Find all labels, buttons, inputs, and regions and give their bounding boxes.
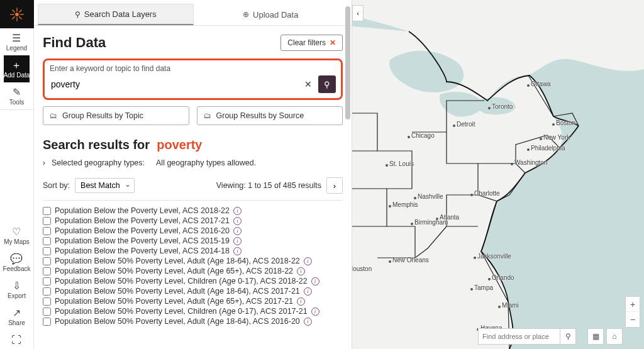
result-item[interactable]: Population Below 50% Poverty Level, Adul… [43, 296, 343, 306]
result-item[interactable]: Population Below 50% Poverty Level, Adul… [43, 256, 343, 266]
clear-filters-button[interactable]: Clear filters ✕ [280, 35, 343, 51]
info-icon[interactable]: i [304, 287, 312, 296]
tree-icon: 🗂 [204, 111, 211, 120]
geo-types-row[interactable]: › Selected geography types: All geograph… [43, 158, 343, 167]
rail-item-my-maps[interactable]: ♡My Maps [3, 222, 31, 249]
geo-label: Selected geography types: [52, 158, 145, 167]
svg-line-5 [12, 9, 14, 12]
search-icon: ⚲ [75, 10, 80, 19]
result-label: Population Below 50% Poverty Level, Chil… [55, 277, 308, 285]
result-item[interactable]: Population Below 50% Poverty Level, Chil… [43, 276, 343, 286]
info-icon[interactable]: i [233, 207, 242, 215]
result-checkbox[interactable] [43, 227, 51, 235]
info-icon[interactable]: i [233, 227, 242, 235]
fullscreen-icon: ⛶ [11, 335, 21, 345]
city-dot [453, 125, 455, 127]
rail-item-add-data[interactable]: ＋Add Data [4, 55, 30, 82]
result-item[interactable]: Population Below the Poverty Level, ACS … [43, 226, 343, 236]
city-dot [474, 257, 476, 259]
home-extent-button[interactable]: ⌂ [606, 328, 623, 345]
rail-label: Legend [6, 45, 27, 52]
result-label: Population Below 50% Poverty Level, Adul… [55, 287, 300, 296]
result-checkbox[interactable] [43, 237, 51, 245]
panel-scrollbar[interactable] [345, 0, 350, 349]
rail-item-fullscreen[interactable]: ⛶ [3, 330, 31, 349]
result-item[interactable]: Population Below 50% Poverty Level, Adul… [43, 266, 343, 276]
feedback-icon: 💬 [10, 254, 23, 264]
city-label: Chicago [411, 132, 435, 139]
city-dot [414, 197, 416, 199]
share-icon: ↗ [13, 308, 21, 318]
info-icon[interactable]: i [233, 217, 242, 225]
address-input[interactable] [478, 328, 560, 345]
result-checkbox[interactable] [43, 267, 51, 275]
next-page-button[interactable]: › [326, 177, 343, 194]
search-button[interactable]: ⚲ [318, 75, 336, 93]
geo-value: All geography types allowed. [156, 158, 256, 167]
result-checkbox[interactable] [43, 247, 51, 255]
result-checkbox[interactable] [43, 307, 51, 316]
city-label: Tampa [474, 284, 493, 291]
zoom-control: + − [625, 296, 640, 328]
result-item[interactable]: Population Below 50% Poverty Level, Chil… [43, 306, 343, 316]
result-label: Population Below 50% Poverty Level, Adul… [55, 267, 293, 275]
zoom-out-button[interactable]: − [626, 312, 640, 327]
address-search-button[interactable]: ⚲ [560, 328, 576, 345]
rail-item-legend[interactable]: ☰Legend [4, 28, 30, 55]
result-checkbox[interactable] [43, 217, 51, 225]
city-label: Detroit [457, 121, 475, 128]
rail-item-share[interactable]: ↗Share [3, 303, 31, 330]
group-by-source-button[interactable]: 🗂 Group Results by Source [197, 106, 343, 125]
result-item[interactable]: Population Below 50% Poverty Level, Adul… [43, 286, 343, 296]
info-icon[interactable]: i [304, 318, 312, 326]
rail-item-tools[interactable]: ✎Tools [4, 82, 30, 109]
tab-upload-data[interactable]: ⊕ Upload Data [194, 4, 348, 25]
info-icon[interactable]: i [233, 237, 242, 245]
result-label: Population Below the Poverty Level, ACS … [55, 236, 230, 245]
info-icon[interactable]: i [311, 277, 319, 285]
city-label: St. Louis [389, 160, 414, 167]
panel-tabs: ⚲ Search Data Layers ⊕ Upload Data [34, 0, 352, 26]
panel-title: Find Data [43, 35, 106, 51]
collapse-panel-button[interactable]: ‹ [352, 5, 364, 21]
city-dot [386, 164, 388, 167]
group-label: Group Results by Topic [62, 111, 143, 120]
chevron-left-icon: ‹ [357, 9, 359, 17]
basemap-button[interactable]: ▦ [587, 328, 604, 345]
upload-icon: ⊕ [243, 10, 249, 19]
info-icon[interactable]: i [311, 307, 319, 316]
result-checkbox[interactable] [43, 207, 51, 215]
results-title: Search results for poverty [43, 138, 343, 152]
result-item[interactable]: Population Below the Poverty Level, ACS … [43, 206, 343, 216]
clear-label: Clear filters [287, 38, 326, 47]
info-icon[interactable]: i [233, 247, 242, 255]
result-checkbox[interactable] [43, 287, 51, 296]
sort-select[interactable]: Best Match [75, 178, 135, 193]
result-item[interactable]: Population Below the Poverty Level, ACS … [43, 236, 343, 246]
result-label: Population Below the Poverty Level, ACS … [55, 247, 230, 255]
info-icon[interactable]: i [304, 257, 312, 265]
result-item[interactable]: Population Below the Poverty Level, ACS … [43, 216, 343, 226]
zoom-in-button[interactable]: + [626, 297, 640, 312]
info-icon[interactable]: i [297, 267, 305, 275]
app-logo[interactable] [0, 0, 34, 28]
map-pane[interactable]: ‹ OttawaTorontoBostonNew YorkPhiladelphi… [352, 0, 644, 349]
rail-item-feedback[interactable]: 💬Feedback [3, 249, 31, 276]
result-checkbox[interactable] [43, 297, 51, 306]
legend-icon: ☰ [12, 33, 21, 43]
result-checkbox[interactable] [43, 277, 51, 285]
info-icon[interactable]: i [297, 297, 305, 306]
clear-input-icon[interactable]: ✕ [301, 79, 316, 89]
search-input[interactable] [50, 77, 298, 92]
result-label: Population Below 50% Poverty Level, Adul… [55, 257, 300, 265]
city-dot [488, 107, 491, 109]
result-checkbox[interactable] [43, 257, 51, 265]
result-item[interactable]: Population Below the Poverty Level, ACS … [43, 246, 343, 256]
result-item[interactable]: Population Below 50% Poverty Level, Adul… [43, 316, 343, 326]
tab-search-data[interactable]: ⚲ Search Data Layers [38, 4, 194, 25]
rail-item-export[interactable]: ⇩Export [3, 276, 31, 303]
city-label: Washington [514, 159, 547, 166]
result-checkbox[interactable] [43, 318, 51, 326]
group-by-topic-button[interactable]: 🗂 Group Results by Topic [43, 106, 189, 125]
result-label: Population Below the Poverty Level, ACS … [55, 206, 230, 215]
